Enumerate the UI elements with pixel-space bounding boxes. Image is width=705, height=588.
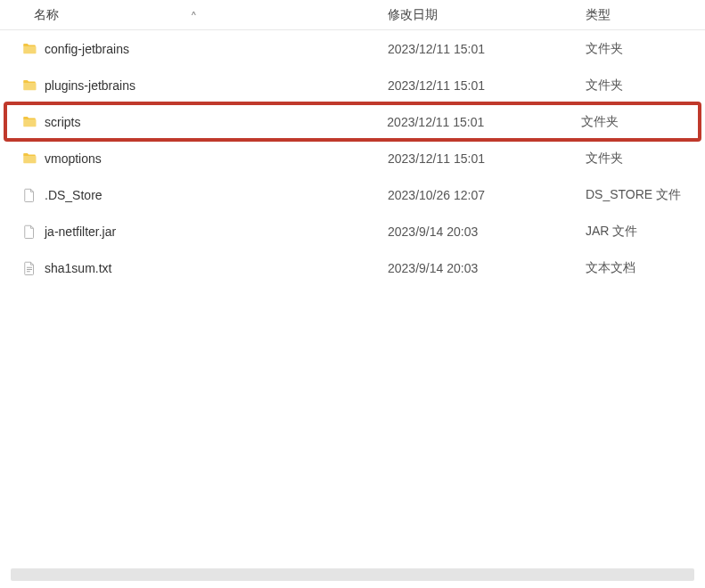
file-name: sha1sum.txt	[45, 261, 111, 275]
column-label-date: 修改日期	[388, 7, 438, 21]
file-icon	[21, 224, 37, 240]
file-row[interactable]: scripts2023/12/11 15:01文件夹	[4, 102, 701, 142]
horizontal-scrollbar[interactable]	[11, 568, 694, 581]
file-date: 2023/9/14 20:03	[379, 225, 577, 239]
file-date: 2023/9/14 20:03	[379, 261, 577, 275]
column-header-date[interactable]: 修改日期	[379, 7, 577, 23]
file-row[interactable]: .DS_Store2023/10/26 12:07DS_STORE 文件	[0, 176, 705, 213]
file-row-name-cell: plugins-jetbrains	[0, 78, 379, 94]
file-row-name-cell: scripts	[7, 114, 378, 130]
file-row[interactable]: config-jetbrains2023/12/11 15:01文件夹	[0, 30, 705, 67]
column-header-type[interactable]: 类型	[577, 7, 705, 23]
file-type: 文件夹	[577, 78, 705, 94]
file-row[interactable]: ja-netfilter.jar2023/9/14 20:03JAR 文件	[0, 213, 705, 249]
folder-icon	[21, 41, 37, 57]
file-name: scripts	[45, 115, 80, 129]
file-name: .DS_Store	[45, 188, 102, 202]
file-type: 文本文档	[577, 260, 705, 276]
file-icon	[21, 187, 37, 203]
file-type: 文件夹	[577, 151, 705, 167]
text-file-icon	[21, 260, 37, 276]
file-type: JAR 文件	[577, 224, 705, 240]
file-type: 文件夹	[577, 41, 705, 57]
column-header-name[interactable]: 名称 ^	[0, 7, 379, 23]
file-date: 2023/12/11 15:01	[378, 115, 572, 129]
file-row[interactable]: plugins-jetbrains2023/12/11 15:01文件夹	[0, 67, 705, 103]
sort-indicator-icon: ^	[192, 11, 196, 20]
file-row-name-cell: .DS_Store	[0, 187, 379, 203]
file-type: 文件夹	[572, 114, 698, 130]
file-name: vmoptions	[45, 151, 102, 166]
file-row[interactable]: sha1sum.txt2023/9/14 20:03文本文档	[0, 249, 705, 286]
file-row-name-cell: config-jetbrains	[0, 41, 379, 57]
column-label-type: 类型	[586, 7, 611, 21]
file-list: config-jetbrains2023/12/11 15:01文件夹plugi…	[0, 30, 705, 286]
file-date: 2023/12/11 15:01	[379, 42, 577, 56]
folder-icon	[21, 151, 37, 167]
column-header-row: 名称 ^ 修改日期 类型	[0, 0, 705, 30]
file-name: ja-netfilter.jar	[45, 225, 116, 239]
column-label-name: 名称	[34, 7, 59, 23]
file-date: 2023/10/26 12:07	[379, 188, 577, 202]
file-row-name-cell: sha1sum.txt	[0, 260, 379, 276]
file-date: 2023/12/11 15:01	[379, 151, 577, 166]
folder-icon	[21, 78, 37, 94]
file-name: plugins-jetbrains	[45, 78, 135, 93]
file-row[interactable]: vmoptions2023/12/11 15:01文件夹	[0, 140, 705, 176]
file-type: DS_STORE 文件	[577, 187, 705, 203]
folder-icon	[21, 114, 37, 130]
file-row-name-cell: ja-netfilter.jar	[0, 224, 379, 240]
file-name: config-jetbrains	[45, 42, 129, 56]
file-date: 2023/12/11 15:01	[379, 78, 577, 93]
file-row-name-cell: vmoptions	[0, 151, 379, 167]
